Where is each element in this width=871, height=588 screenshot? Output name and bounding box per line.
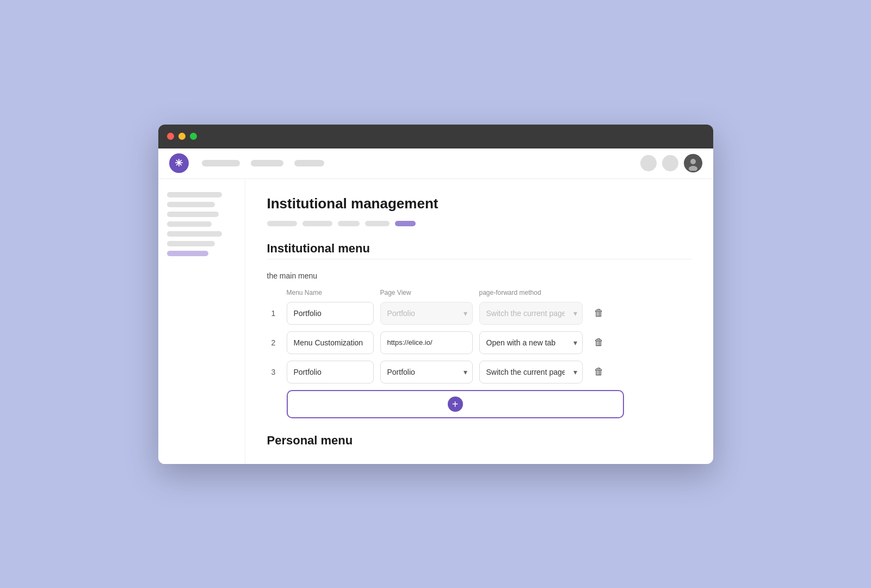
- sidebar-item-2[interactable]: [167, 202, 215, 207]
- row-number-1: 1: [267, 309, 280, 318]
- trash-icon-2: 🗑: [594, 337, 604, 348]
- personal-menu-title: Personal menu: [267, 434, 691, 448]
- page-view-select-3[interactable]: Portfolio Dashboard Reports: [380, 361, 473, 383]
- titlebar: [158, 125, 713, 148]
- nav-right: [640, 154, 702, 172]
- menu-name-input-1[interactable]: [287, 302, 374, 325]
- row-number-3: 3: [267, 368, 280, 376]
- page-view-select-wrapper-1: Portfolio Dashboard Reports: [380, 302, 473, 325]
- forward-method-select-wrapper-1: Switch the current page Open with a new …: [479, 302, 583, 325]
- forward-method-select-3[interactable]: Switch the current page Open with a new …: [479, 361, 583, 383]
- sidebar-item-1[interactable]: [167, 192, 223, 197]
- page-view-select-1[interactable]: Portfolio Dashboard Reports: [380, 302, 473, 325]
- browser-window: ✳: [158, 125, 713, 464]
- sidebar-item-7[interactable]: [167, 251, 208, 256]
- tabs-row: [267, 221, 691, 226]
- avatar[interactable]: [684, 154, 702, 172]
- delete-button-3[interactable]: 🗑: [589, 362, 609, 382]
- tab-4[interactable]: [365, 221, 390, 226]
- tab-5[interactable]: [395, 221, 416, 226]
- delete-button-2[interactable]: 🗑: [589, 333, 609, 352]
- col-header-page-view: Page View: [380, 289, 473, 296]
- row-number-2: 2: [267, 338, 280, 347]
- add-row-button[interactable]: +: [287, 390, 624, 418]
- delete-button-1[interactable]: 🗑: [589, 304, 609, 323]
- forward-method-select-wrapper-2: Open with a new tab Switch the current p…: [479, 331, 583, 354]
- main-content: Institutional management Institutional m…: [158, 179, 713, 464]
- column-headers: Menu Name Page View page-forward method: [267, 289, 691, 296]
- menu-row-1: 1 Portfolio Dashboard Reports Switch the…: [267, 302, 691, 325]
- sidebar-item-3[interactable]: [167, 212, 219, 217]
- tab-3[interactable]: [338, 221, 360, 226]
- trash-icon-3: 🗑: [594, 366, 604, 377]
- forward-method-select-1[interactable]: Switch the current page Open with a new …: [479, 302, 583, 325]
- nav-item-3[interactable]: [294, 160, 324, 166]
- page-view-select-wrapper-3: Portfolio Dashboard Reports: [380, 361, 473, 383]
- menu-name-input-2[interactable]: [287, 331, 374, 354]
- institutional-menu-title: Institutional menu: [267, 242, 691, 256]
- sidebar: [158, 179, 245, 464]
- trash-icon-1: 🗑: [594, 307, 604, 319]
- tab-1[interactable]: [267, 221, 297, 226]
- nav-icon-1[interactable]: [640, 155, 657, 171]
- section-divider: [267, 259, 691, 259]
- minimize-button[interactable]: [178, 133, 186, 140]
- close-button[interactable]: [167, 133, 174, 140]
- maximize-button[interactable]: [190, 133, 197, 140]
- nav-items: [202, 160, 627, 166]
- col-header-menu-name: Menu Name: [287, 289, 374, 296]
- sub-label: the main menu: [267, 271, 691, 280]
- content-area: Institutional management Institutional m…: [245, 179, 713, 464]
- sidebar-item-4[interactable]: [167, 221, 212, 227]
- nav-icon-2[interactable]: [662, 155, 678, 171]
- menu-name-input-3[interactable]: [287, 361, 374, 383]
- navbar: ✳: [158, 148, 713, 179]
- nav-item-1[interactable]: [202, 160, 240, 166]
- sidebar-item-6[interactable]: [167, 241, 215, 246]
- menu-row-2: 2 Open with a new tab Switch the current…: [267, 331, 691, 354]
- sidebar-item-5[interactable]: [167, 231, 223, 237]
- forward-method-select-2[interactable]: Open with a new tab Switch the current p…: [479, 331, 583, 354]
- page-title: Institutional management: [267, 195, 691, 212]
- url-input-2[interactable]: [380, 331, 473, 354]
- add-icon: +: [448, 397, 463, 412]
- app-container: ✳: [158, 148, 713, 464]
- svg-point-1: [690, 159, 696, 164]
- tab-2[interactable]: [302, 221, 332, 226]
- logo[interactable]: ✳: [169, 153, 189, 173]
- menu-row-3: 3 Portfolio Dashboard Reports Switch the…: [267, 361, 691, 383]
- sidebar-group: [167, 192, 236, 256]
- col-header-forward: page-forward method: [479, 289, 583, 296]
- nav-item-2[interactable]: [251, 160, 283, 166]
- forward-method-select-wrapper-3: Switch the current page Open with a new …: [479, 361, 583, 383]
